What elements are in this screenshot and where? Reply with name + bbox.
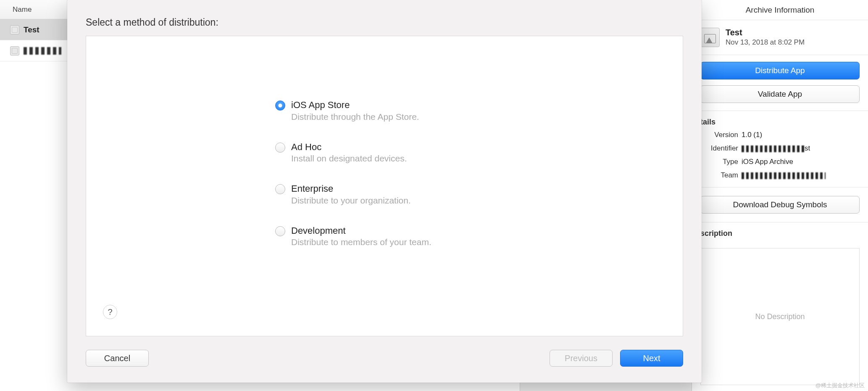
distribution-method-dialog: Select a method of distribution: iOS App… — [67, 0, 702, 383]
archive-actions: Distribute App Validate App — [692, 55, 868, 111]
option-development[interactable]: Development Distribute to members of you… — [275, 225, 683, 248]
app-icon — [700, 28, 720, 47]
archive-name-label: Test — [24, 25, 39, 34]
archive-icon — [10, 25, 19, 34]
archive-info-title: Archive Information — [692, 0, 868, 20]
radio-icon[interactable] — [275, 143, 285, 153]
archive-icon — [10, 46, 19, 55]
archive-date: Nov 13, 2018 at 8:02 PM — [726, 38, 805, 47]
dialog-footer: Cancel Previous Next — [86, 336, 683, 370]
distribute-app-label: Distribute App — [755, 66, 805, 75]
details-grid: Version 1.0 (1) Identifier st Type iOS A… — [692, 131, 868, 188]
archive-name-redacted — [24, 47, 61, 55]
next-label: Next — [643, 354, 660, 363]
option-ad-hoc[interactable]: Ad Hoc Install on designated devices. — [275, 141, 683, 164]
dialog-body: iOS App Store Distribute through the App… — [86, 36, 683, 336]
distribution-options: iOS App Store Distribute through the App… — [275, 99, 683, 247]
archive-info-panel: Archive Information Test Nov 13, 2018 at… — [692, 0, 868, 391]
download-debug-symbols-label: Download Debug Symbols — [733, 200, 827, 209]
next-button[interactable]: Next — [620, 350, 683, 367]
archive-name: Test — [726, 28, 805, 37]
option-desc: Install on designated devices. — [291, 153, 407, 164]
details-val-team — [742, 171, 864, 180]
option-desc: Distribute to your organization. — [291, 196, 411, 206]
option-label: iOS App Store — [291, 99, 419, 111]
identifier-redacted — [742, 145, 805, 152]
validate-app-button[interactable]: Validate App — [700, 85, 860, 103]
team-redacted — [742, 172, 826, 179]
radio-icon[interactable] — [275, 184, 285, 194]
details-key-type: Type — [696, 158, 738, 166]
details-val-type: iOS App Archive — [742, 158, 864, 166]
archive-summary-text: Test Nov 13, 2018 at 8:02 PM — [726, 28, 805, 47]
help-icon: ? — [108, 307, 112, 317]
description-box[interactable]: No Description — [700, 248, 860, 385]
details-val-version: 1.0 (1) — [742, 131, 864, 139]
no-description-placeholder: No Description — [755, 312, 805, 321]
option-ios-app-store[interactable]: iOS App Store Distribute through the App… — [275, 99, 683, 122]
details-val-identifier: st — [742, 144, 864, 153]
cancel-label: Cancel — [104, 354, 130, 363]
validate-app-label: Validate App — [758, 90, 802, 99]
previous-label: Previous — [565, 354, 597, 363]
debug-symbols-section: Download Debug Symbols — [692, 188, 868, 222]
watermark: @稀土掘金技术社区 — [815, 382, 865, 389]
description-section-label: escription — [692, 222, 868, 242]
details-key-identifier: Identifier — [696, 144, 738, 153]
column-header-label: Name — [13, 5, 32, 14]
radio-icon[interactable] — [275, 100, 285, 111]
download-debug-symbols-button[interactable]: Download Debug Symbols — [700, 196, 860, 214]
option-desc: Distribute to members of your team. — [291, 237, 431, 247]
radio-icon[interactable] — [275, 226, 285, 236]
dialog-heading: Select a method of distribution: — [86, 17, 683, 28]
option-label: Development — [291, 225, 431, 237]
details-section-label: etails — [692, 111, 868, 131]
distribute-app-button[interactable]: Distribute App — [700, 62, 860, 79]
option-enterprise[interactable]: Enterprise Distribute to your organizati… — [275, 183, 683, 206]
option-desc: Distribute through the App Store. — [291, 112, 419, 122]
archive-summary: Test Nov 13, 2018 at 8:02 PM — [692, 20, 868, 55]
help-button[interactable]: ? — [103, 305, 117, 319]
option-label: Ad Hoc — [291, 141, 407, 153]
details-key-team: Team — [696, 171, 738, 180]
previous-button[interactable]: Previous — [550, 350, 613, 367]
details-key-version: Version — [696, 131, 738, 139]
option-label: Enterprise — [291, 183, 411, 195]
cancel-button[interactable]: Cancel — [86, 350, 149, 367]
